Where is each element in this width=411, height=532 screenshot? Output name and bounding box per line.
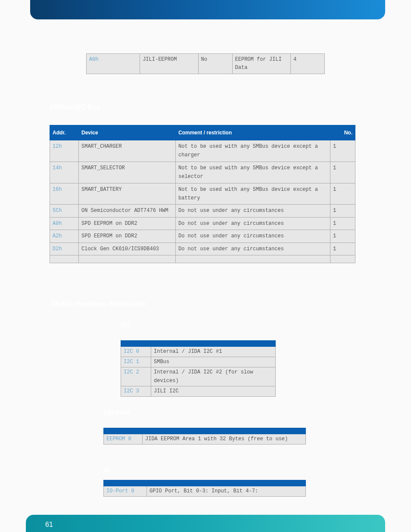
cell-addr: A2h	[50, 230, 79, 243]
cell-empty	[330, 255, 355, 263]
cell-device: JILI-EEPROM	[140, 54, 198, 74]
cell-addr: 14h	[50, 162, 79, 183]
cell-key: IO-Port 0	[104, 486, 147, 497]
cell-num: 1	[330, 162, 355, 183]
table-i2c: I2C 0 Internal / JIDA I2C #1 I2C 1 SMBus…	[121, 340, 276, 397]
table-row: 5Ch ON Semiconductor ADT7476 HWM Do not …	[50, 205, 355, 217]
subheading-eeprom: EEPROM	[103, 409, 130, 416]
cell-comment: Do not use under any circumstances	[176, 243, 330, 255]
table-row: D2h Clock Gen CK610/ICS9DB403 Do not use…	[50, 243, 355, 255]
cell-val: JILI I2C	[151, 386, 276, 396]
cell-addr: A0h	[50, 217, 79, 230]
table-row: I2C 1 SMBus	[121, 357, 276, 367]
cell-val: Internal / JIDA I2C #1	[151, 347, 276, 357]
table-row: 14h SMART_SELECTOR Not to be used with a…	[50, 162, 355, 183]
table-header-row: Addr. Device Comment / restriction No.	[50, 125, 355, 140]
table-row: A2h SPD EEPROM on DDR2 Do not use under …	[50, 230, 355, 243]
table-eeprom-small: A0h JILI-EEPROM No EEPROM for JILI Data …	[86, 53, 325, 74]
cell-addr: 12h	[50, 140, 79, 162]
table-row: EEPROM 0 JIDA EEPROM Area 1 with 32 Byte…	[104, 434, 306, 445]
cell-addr: D2h	[50, 243, 79, 255]
cell-empty	[79, 255, 176, 263]
cell-num: 4	[290, 54, 324, 74]
cell-device: SMART_SELECTOR	[79, 162, 176, 183]
table-eeprom: EEPROM 0 JIDA EEPROM Area 1 with 32 Byte…	[103, 428, 306, 445]
table-header-row	[104, 480, 306, 486]
table-row: A0h JILI-EEPROM No EEPROM for JILI Data …	[87, 54, 325, 74]
cell-desc: EEPROM for JILI Data	[232, 54, 290, 74]
cell-device: SPD EEPROM on DDR2	[79, 217, 176, 230]
cell-addr: 5Ch	[50, 205, 79, 217]
cell-comment: Do not use under any circumstances	[176, 230, 330, 243]
cell-num: 1	[330, 183, 355, 205]
table-io: IO-Port 0 GPIO Port, Bit 0-3: Input, Bit…	[103, 480, 306, 497]
table-row: A0h SPD EEPROM on DDR2 Do not use under …	[50, 217, 355, 230]
cell-comment: Do not use under any circumstances	[176, 217, 330, 230]
cell-comment: Not to be used with any SMBus device exc…	[176, 140, 330, 162]
th-device: Device	[79, 125, 176, 140]
table-header-row	[121, 341, 276, 347]
table-row: 12h SMART_CHARGER Not to be used with an…	[50, 140, 355, 162]
th-comment: Comment / restriction	[176, 125, 330, 140]
th-addr: Addr.	[50, 125, 79, 140]
cell-num: 1	[330, 140, 355, 162]
th-key	[104, 480, 147, 486]
cell-val: SMBus	[151, 357, 276, 367]
table-smbus: Addr. Device Comment / restriction No. 1…	[50, 125, 355, 263]
th-key	[104, 428, 143, 434]
table-row: I2C 2 Internal / JIDA I2C #2 (for slow d…	[121, 367, 276, 386]
table-row-empty	[50, 255, 355, 263]
subheading-io: IO	[103, 467, 110, 473]
th-val	[147, 480, 306, 486]
cell-empty	[50, 255, 79, 263]
heading-jida: JIDA32 Hardware Abstraction	[50, 300, 146, 308]
cell-device: SMART_BATTERY	[79, 183, 176, 205]
cell-addr: A0h	[87, 54, 140, 74]
cell-comment: Not to be used with any SMBus device exc…	[176, 183, 330, 205]
cell-addr: 16h	[50, 183, 79, 205]
cell-val: Internal / JIDA I2C #2 (for slow devices…	[151, 367, 276, 386]
cell-num: 1	[330, 217, 355, 230]
cell-num: 1	[330, 205, 355, 217]
cell-val: JIDA EEPROM Area 1 with 32 Bytes (free t…	[143, 434, 306, 445]
cell-num: 1	[330, 243, 355, 255]
cell-key: EEPROM 0	[104, 434, 143, 445]
table-row: I2C 3 JILI I2C	[121, 386, 276, 396]
subheading-i2c: I2C	[121, 321, 130, 328]
cell-assigned: No	[198, 54, 232, 74]
top-banner	[30, 0, 385, 19]
cell-device: ON Semiconductor ADT7476 HWM	[79, 205, 176, 217]
table-header-row	[104, 428, 306, 434]
cell-device: SMART_CHARGER	[79, 140, 176, 162]
cell-key: I2C 0	[121, 347, 151, 357]
cell-key: I2C 3	[121, 386, 151, 396]
th-key	[121, 341, 151, 347]
cell-num: 1	[330, 230, 355, 243]
cell-empty	[176, 255, 330, 263]
table-row: IO-Port 0 GPIO Port, Bit 0-3: Input, Bit…	[104, 486, 306, 497]
cell-device: Clock Gen CK610/ICS9DB403	[79, 243, 176, 255]
cell-comment: Do not use under any circumstances	[176, 205, 330, 217]
cell-device: SPD EEPROM on DDR2	[79, 230, 176, 243]
cell-comment: Not to be used with any SMBus device exc…	[176, 162, 330, 183]
th-val	[151, 341, 276, 347]
cell-val: GPIO Port, Bit 0-3: Input, Bit 4-7:	[147, 486, 306, 497]
table-row: I2C 0 Internal / JIDA I2C #1	[121, 347, 276, 357]
page-number: 61	[45, 521, 53, 529]
table-row: 16h SMART_BATTERY Not to be used with an…	[50, 183, 355, 205]
cell-key: I2C 1	[121, 357, 151, 367]
th-num: No.	[330, 125, 355, 140]
cell-key: I2C 2	[121, 367, 151, 386]
th-val	[143, 428, 306, 434]
heading-smbus: SMBus/I2C Bus	[50, 103, 100, 111]
bottom-banner	[26, 515, 385, 532]
